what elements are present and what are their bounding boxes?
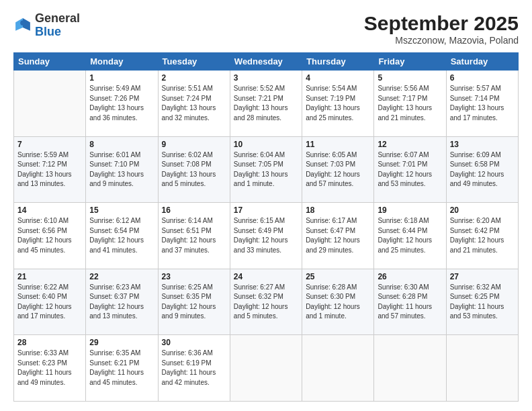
day-number: 2 bbox=[162, 73, 226, 83]
calendar-cell: 22Sunrise: 6:23 AMSunset: 6:37 PMDayligh… bbox=[86, 269, 158, 335]
month-title: September 2025 bbox=[364, 12, 519, 35]
day-number: 13 bbox=[450, 140, 515, 149]
day-info: Sunrise: 6:36 AMSunset: 6:19 PMDaylight:… bbox=[162, 349, 226, 387]
calendar-cell: 19Sunrise: 6:18 AMSunset: 6:44 PMDayligh… bbox=[374, 203, 446, 269]
day-number: 5 bbox=[378, 73, 442, 83]
calendar-cell: 5Sunrise: 5:56 AMSunset: 7:17 PMDaylight… bbox=[374, 71, 446, 137]
calendar-cell: 6Sunrise: 5:57 AMSunset: 7:14 PMDaylight… bbox=[446, 71, 518, 137]
day-number: 18 bbox=[306, 205, 370, 215]
weekday-header-saturday: Saturday bbox=[446, 53, 518, 71]
svg-point-3 bbox=[20, 20, 26, 26]
calendar-cell: 28Sunrise: 6:33 AMSunset: 6:23 PMDayligh… bbox=[14, 335, 86, 402]
day-info: Sunrise: 6:05 AMSunset: 7:03 PMDaylight:… bbox=[306, 150, 370, 189]
calendar-cell: 10Sunrise: 6:04 AMSunset: 7:05 PMDayligh… bbox=[230, 136, 302, 203]
calendar-cell: 23Sunrise: 6:25 AMSunset: 6:35 PMDayligh… bbox=[158, 269, 230, 335]
day-number: 19 bbox=[378, 205, 442, 215]
calendar-cell: 2Sunrise: 5:51 AMSunset: 7:24 PMDaylight… bbox=[158, 71, 230, 137]
calendar-cell: 16Sunrise: 6:14 AMSunset: 6:51 PMDayligh… bbox=[158, 203, 230, 269]
logo-blue-text: Blue bbox=[35, 26, 80, 39]
day-info: Sunrise: 6:17 AMSunset: 6:47 PMDaylight:… bbox=[306, 216, 370, 255]
calendar-cell: 24Sunrise: 6:27 AMSunset: 6:32 PMDayligh… bbox=[230, 269, 302, 335]
day-number: 12 bbox=[378, 140, 442, 149]
day-number: 16 bbox=[162, 205, 226, 215]
calendar-week-row: 21Sunrise: 6:22 AMSunset: 6:40 PMDayligh… bbox=[14, 269, 519, 335]
day-info: Sunrise: 6:32 AMSunset: 6:25 PMDaylight:… bbox=[450, 283, 515, 322]
day-number: 7 bbox=[17, 140, 82, 149]
location-subtitle: Mszczonow, Mazovia, Poland bbox=[364, 35, 519, 46]
day-number: 21 bbox=[17, 272, 82, 281]
calendar-cell: 18Sunrise: 6:17 AMSunset: 6:47 PMDayligh… bbox=[302, 203, 374, 269]
day-info: Sunrise: 6:20 AMSunset: 6:42 PMDaylight:… bbox=[450, 216, 515, 255]
day-number: 15 bbox=[89, 205, 154, 215]
day-number: 11 bbox=[306, 140, 370, 149]
day-info: Sunrise: 5:49 AMSunset: 7:26 PMDaylight:… bbox=[89, 84, 154, 123]
day-number: 26 bbox=[378, 272, 442, 281]
day-number: 27 bbox=[450, 272, 515, 281]
day-number: 28 bbox=[17, 338, 82, 347]
calendar-cell: 1Sunrise: 5:49 AMSunset: 7:26 PMDaylight… bbox=[86, 71, 158, 137]
calendar-week-row: 28Sunrise: 6:33 AMSunset: 6:23 PMDayligh… bbox=[14, 335, 519, 402]
day-number: 22 bbox=[89, 272, 154, 281]
calendar-cell: 9Sunrise: 6:02 AMSunset: 7:08 PMDaylight… bbox=[158, 136, 230, 203]
calendar-cell bbox=[446, 335, 518, 402]
logo-text: General Blue bbox=[35, 12, 80, 39]
calendar-cell: 25Sunrise: 6:28 AMSunset: 6:30 PMDayligh… bbox=[302, 269, 374, 335]
day-info: Sunrise: 6:25 AMSunset: 6:35 PMDaylight:… bbox=[162, 283, 226, 322]
day-number: 29 bbox=[89, 338, 154, 347]
day-number: 14 bbox=[17, 205, 82, 215]
calendar-cell: 27Sunrise: 6:32 AMSunset: 6:25 PMDayligh… bbox=[446, 269, 518, 335]
logo-icon bbox=[13, 16, 32, 35]
calendar-cell bbox=[374, 335, 446, 402]
calendar-cell bbox=[14, 71, 86, 137]
calendar-cell: 21Sunrise: 6:22 AMSunset: 6:40 PMDayligh… bbox=[14, 269, 86, 335]
day-number: 1 bbox=[89, 73, 154, 83]
day-info: Sunrise: 6:14 AMSunset: 6:51 PMDaylight:… bbox=[162, 216, 226, 255]
day-number: 10 bbox=[234, 140, 298, 149]
calendar-cell: 12Sunrise: 6:07 AMSunset: 7:01 PMDayligh… bbox=[374, 136, 446, 203]
calendar-cell: 26Sunrise: 6:30 AMSunset: 6:28 PMDayligh… bbox=[374, 269, 446, 335]
day-info: Sunrise: 5:57 AMSunset: 7:14 PMDaylight:… bbox=[450, 84, 515, 123]
day-info: Sunrise: 6:09 AMSunset: 6:58 PMDaylight:… bbox=[450, 150, 515, 189]
day-info: Sunrise: 6:07 AMSunset: 7:01 PMDaylight:… bbox=[378, 150, 442, 189]
weekday-header-friday: Friday bbox=[374, 53, 446, 71]
day-number: 3 bbox=[234, 73, 298, 83]
day-number: 8 bbox=[89, 140, 154, 149]
day-number: 9 bbox=[162, 140, 226, 149]
day-number: 25 bbox=[306, 272, 370, 281]
day-info: Sunrise: 6:22 AMSunset: 6:40 PMDaylight:… bbox=[17, 283, 82, 322]
day-number: 4 bbox=[306, 73, 370, 83]
calendar-cell: 7Sunrise: 5:59 AMSunset: 7:12 PMDaylight… bbox=[14, 136, 86, 203]
weekday-header-wednesday: Wednesday bbox=[230, 53, 302, 71]
day-info: Sunrise: 5:56 AMSunset: 7:17 PMDaylight:… bbox=[378, 84, 442, 123]
calendar-cell: 30Sunrise: 6:36 AMSunset: 6:19 PMDayligh… bbox=[158, 335, 230, 402]
day-info: Sunrise: 6:30 AMSunset: 6:28 PMDaylight:… bbox=[378, 283, 442, 322]
day-info: Sunrise: 6:15 AMSunset: 6:49 PMDaylight:… bbox=[234, 216, 298, 255]
weekday-header-sunday: Sunday bbox=[14, 53, 86, 71]
logo-general-text: General bbox=[35, 12, 80, 26]
day-info: Sunrise: 6:04 AMSunset: 7:05 PMDaylight:… bbox=[234, 150, 298, 189]
title-block: September 2025 Mszczonow, Mazovia, Polan… bbox=[364, 12, 519, 46]
calendar-cell bbox=[230, 335, 302, 402]
weekday-header-thursday: Thursday bbox=[302, 53, 374, 71]
calendar-week-row: 14Sunrise: 6:10 AMSunset: 6:56 PMDayligh… bbox=[14, 203, 519, 269]
day-number: 23 bbox=[162, 272, 226, 281]
day-info: Sunrise: 6:23 AMSunset: 6:37 PMDaylight:… bbox=[89, 283, 154, 322]
calendar-cell: 8Sunrise: 6:01 AMSunset: 7:10 PMDaylight… bbox=[86, 136, 158, 203]
calendar-table: SundayMondayTuesdayWednesdayThursdayFrid… bbox=[13, 52, 519, 402]
calendar-cell: 13Sunrise: 6:09 AMSunset: 6:58 PMDayligh… bbox=[446, 136, 518, 203]
calendar-week-row: 1Sunrise: 5:49 AMSunset: 7:26 PMDaylight… bbox=[14, 71, 519, 137]
day-number: 17 bbox=[234, 205, 298, 215]
logo: General Blue bbox=[13, 12, 80, 39]
day-number: 6 bbox=[450, 73, 515, 83]
day-info: Sunrise: 5:52 AMSunset: 7:21 PMDaylight:… bbox=[234, 84, 298, 123]
day-info: Sunrise: 5:59 AMSunset: 7:12 PMDaylight:… bbox=[17, 150, 82, 189]
calendar-week-row: 7Sunrise: 5:59 AMSunset: 7:12 PMDaylight… bbox=[14, 136, 519, 203]
weekday-header-monday: Monday bbox=[86, 53, 158, 71]
day-number: 30 bbox=[162, 338, 226, 347]
weekday-header-tuesday: Tuesday bbox=[158, 53, 230, 71]
day-info: Sunrise: 6:18 AMSunset: 6:44 PMDaylight:… bbox=[378, 216, 442, 255]
calendar-cell: 17Sunrise: 6:15 AMSunset: 6:49 PMDayligh… bbox=[230, 203, 302, 269]
calendar-cell: 4Sunrise: 5:54 AMSunset: 7:19 PMDaylight… bbox=[302, 71, 374, 137]
page-header: General Blue September 2025 Mszczonow, M… bbox=[13, 12, 519, 46]
day-info: Sunrise: 6:27 AMSunset: 6:32 PMDaylight:… bbox=[234, 283, 298, 322]
